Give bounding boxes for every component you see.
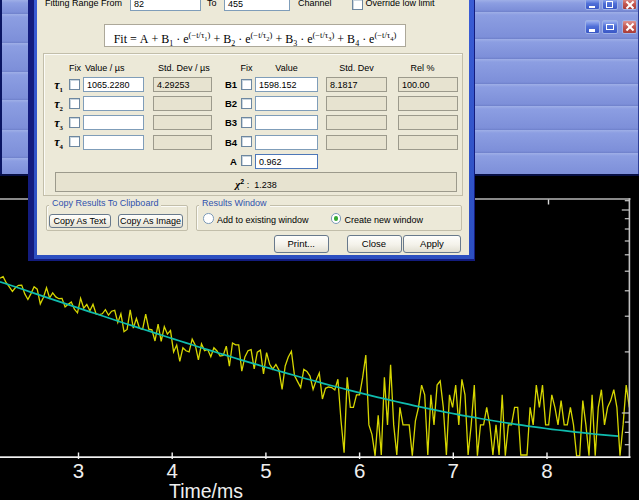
- svg-text:5: 5: [260, 459, 271, 482]
- svg-text:3: 3: [73, 459, 84, 482]
- svg-text:8: 8: [541, 459, 552, 482]
- svg-text:7: 7: [448, 459, 459, 482]
- svg-text:4: 4: [166, 459, 177, 482]
- svg-text:6: 6: [354, 459, 365, 482]
- svg-text:Time/ms: Time/ms: [169, 480, 243, 500]
